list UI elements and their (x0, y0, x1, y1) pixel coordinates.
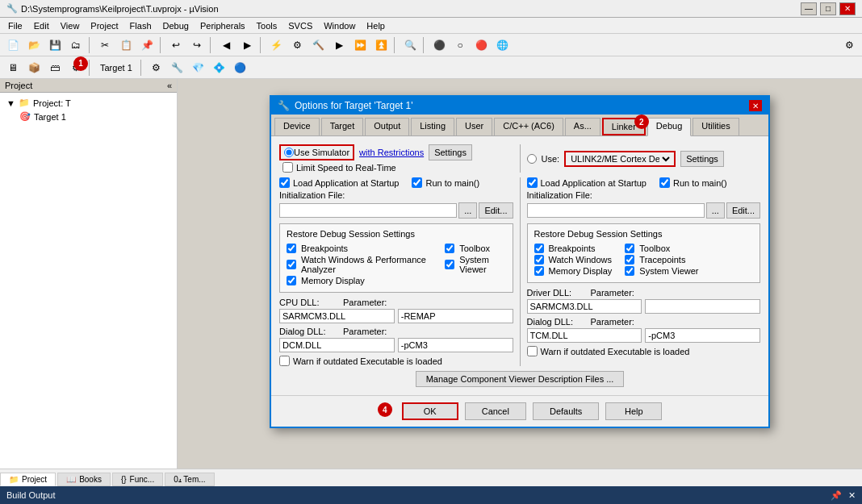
right-init-input[interactable] (527, 203, 705, 218)
tab-cac6[interactable]: C/C++ (AC6) (494, 118, 563, 135)
close-build-btn[interactable]: ✕ (848, 490, 856, 501)
right-load-app-checkbox[interactable] (527, 177, 538, 188)
tab-utilities[interactable]: Utilities (693, 118, 739, 135)
tab-books[interactable]: 📖 Books (57, 473, 111, 486)
build-btn1[interactable]: ⚡ (266, 36, 286, 54)
right-run-main-checkbox[interactable] (659, 177, 670, 188)
proj-btn3[interactable]: 🗃 (45, 59, 65, 77)
close-button[interactable]: ✕ (839, 2, 856, 15)
search-btn[interactable]: 🔍 (400, 36, 420, 54)
menu-tools[interactable]: Tools (252, 20, 282, 31)
pin-icon[interactable]: 📌 (831, 490, 842, 501)
save-btn[interactable]: 💾 (45, 36, 65, 54)
dbg-btn1[interactable]: ⚫ (429, 36, 449, 54)
right-sysview-cb[interactable] (625, 266, 634, 276)
tab-user[interactable]: User (456, 118, 492, 135)
paste-btn[interactable]: 📌 (137, 36, 157, 54)
tab-tem[interactable]: 0₄ Tem... (165, 473, 214, 486)
left-load-app-checkbox[interactable] (279, 177, 290, 188)
left-browse-btn[interactable]: ... (458, 202, 477, 219)
limit-speed-checkbox[interactable] (282, 162, 293, 173)
proj-btn4[interactable]: ⚙ 1 (66, 59, 86, 77)
target-opt-btn[interactable]: ⚙ (147, 59, 166, 77)
use-simulator-radio[interactable] (284, 148, 294, 157)
right-watch-cb[interactable] (534, 255, 544, 264)
maximize-button[interactable]: □ (820, 2, 836, 15)
dialog-close-btn[interactable]: ✕ (749, 100, 762, 111)
dbg-btn4[interactable]: 🌐 (492, 36, 512, 54)
use-debugger-radio[interactable] (527, 154, 537, 164)
right-warn-cb[interactable] (527, 346, 538, 356)
tab-debug[interactable]: Debug (647, 118, 691, 136)
left-edit-btn[interactable]: Edit... (479, 202, 513, 219)
build-btn5[interactable]: ⏩ (350, 36, 370, 54)
menu-help[interactable]: Help (362, 20, 390, 31)
right-edit-btn[interactable]: Edit... (726, 202, 760, 219)
left-run-main-checkbox[interactable] (412, 177, 422, 188)
sidebar-collapse-btn[interactable]: « (167, 81, 172, 90)
left-cpudll-input[interactable] (279, 309, 395, 323)
tab-func[interactable]: {} Func... (112, 473, 163, 486)
menu-view[interactable]: View (56, 20, 85, 31)
right-settings-btn[interactable]: Settings (680, 151, 724, 167)
left-sysview-cb[interactable] (445, 260, 454, 269)
left-watch-cb[interactable] (287, 260, 296, 269)
tab-output[interactable]: Output (365, 118, 409, 135)
build-btn4[interactable]: ▶ (329, 36, 349, 54)
redo-btn[interactable]: ↪ (187, 36, 207, 54)
defaults-button[interactable]: Defaults (533, 402, 599, 420)
tab-device[interactable]: Device (274, 118, 320, 135)
menu-peripherals[interactable]: Peripherals (195, 20, 250, 31)
forward-btn[interactable]: ▶ (237, 36, 257, 54)
menu-project[interactable]: Project (86, 20, 123, 31)
open-file-btn[interactable]: 📂 (24, 36, 44, 54)
build-btn2[interactable]: ⚙ (287, 36, 307, 54)
left-dialogdll-input[interactable] (279, 338, 395, 352)
with-restrictions-link[interactable]: with Restrictions (359, 148, 424, 157)
save-all-btn[interactable]: 🗂 (66, 36, 86, 54)
left-toolbox-cb[interactable] (445, 244, 454, 253)
ok-button[interactable]: OK (402, 402, 458, 420)
tab-target[interactable]: Target (321, 118, 364, 135)
left-warn-cb[interactable] (279, 356, 290, 366)
settings-btn[interactable]: ⚙ (839, 36, 859, 54)
left-dialogparam-input[interactable] (398, 338, 513, 352)
right-breakpoints-cb[interactable] (534, 244, 544, 253)
target-btn2[interactable]: 🔧 (168, 59, 187, 77)
manage-components-btn[interactable]: Manage Component Viewer Description File… (416, 371, 625, 387)
proj-btn2[interactable]: 📦 (24, 59, 44, 77)
right-dialogparam-input[interactable] (645, 328, 760, 343)
build-btn3[interactable]: 🔨 (308, 36, 328, 54)
menu-file[interactable]: File (3, 20, 27, 31)
menu-svcs[interactable]: SVCS (283, 20, 317, 31)
tree-item-project[interactable]: ▼ 📁 Project: T (3, 96, 174, 110)
left-memory-cb[interactable] (287, 276, 296, 285)
right-trace-cb[interactable] (625, 255, 634, 264)
cut-btn[interactable]: ✂ (95, 36, 115, 54)
back-btn[interactable]: ◀ (216, 36, 236, 54)
left-cpuparam-input[interactable] (398, 309, 513, 323)
left-settings-btn[interactable]: Settings (429, 144, 472, 160)
right-browse-btn[interactable]: ... (706, 202, 725, 219)
debugger-select[interactable]: ULINK2/ME Cortex Debugger (567, 153, 672, 165)
right-driverparam-input[interactable] (645, 299, 760, 314)
build-btn6[interactable]: ⏫ (371, 36, 391, 54)
target-btn3[interactable]: 💎 (189, 59, 208, 77)
left-breakpoints-cb[interactable] (287, 244, 296, 253)
new-file-btn[interactable]: 📄 (3, 36, 23, 54)
left-init-input[interactable] (279, 203, 457, 218)
target-btn4[interactable]: 💠 (210, 59, 229, 77)
tab-listing[interactable]: Listing (411, 118, 454, 135)
right-memory-cb[interactable] (534, 266, 544, 276)
right-driverdll-input[interactable] (527, 299, 642, 314)
help-button[interactable]: Help (605, 402, 662, 420)
minimize-button[interactable]: — (801, 2, 817, 15)
tree-item-target[interactable]: 🎯 Target 1 (3, 110, 174, 123)
tab-linker[interactable]: Linker 2 (602, 118, 646, 135)
menu-window[interactable]: Window (319, 20, 360, 31)
proj-btn1[interactable]: 🖥 (3, 59, 23, 77)
tab-project[interactable]: 📁 Project (0, 473, 56, 486)
undo-btn[interactable]: ↩ (166, 36, 186, 54)
target-btn5[interactable]: 🔵 (231, 59, 250, 77)
tab-asm[interactable]: As... (565, 118, 600, 135)
